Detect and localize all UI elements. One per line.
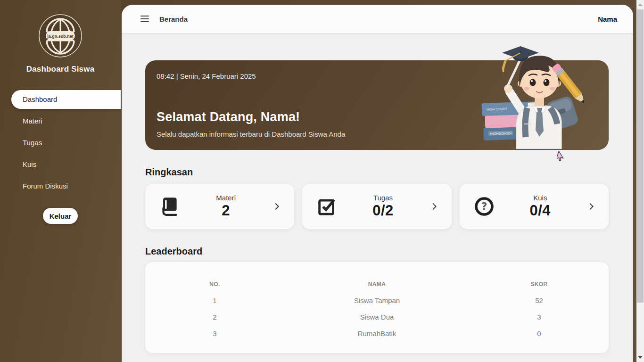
banner-datetime: 08:42 | Senin, 24 Februari 2025 — [157, 72, 256, 80]
leaderboard-table: NO. NAMA SKOR 1 Siswa Tampan 52 2 Siswa … — [145, 274, 609, 342]
chevron-right-icon[interactable] — [586, 201, 596, 212]
cell-nama: Siswa Tampan — [284, 292, 470, 309]
leaderboard-heading: Leaderboard — [145, 246, 609, 257]
topbar: Beranda Nama — [122, 5, 633, 33]
question-circle-icon: ? — [474, 196, 495, 217]
svg-text:ja.go.sub.net: ja.go.sub.net — [47, 34, 74, 39]
summary-card-materi[interactable]: Materi 2 — [145, 184, 294, 229]
scroll-up-icon[interactable] — [636, 1, 644, 8]
column-header-skor: SKOR — [470, 274, 609, 292]
content-area: 08:42 | Senin, 24 Februari 2025 Selamat … — [122, 33, 633, 353]
brand-title: Dashboard Siswa — [0, 65, 121, 74]
sidebar-nav: Dashboard Materi Tugas Kuis Forum Diskus… — [0, 90, 121, 196]
scrollbar-thumb[interactable] — [637, 9, 644, 303]
sidebar-item-materi[interactable]: Materi — [11, 112, 121, 131]
cell-no: 1 — [145, 292, 284, 309]
cell-skor: 52 — [470, 292, 609, 309]
svg-text:?: ? — [481, 200, 487, 212]
vertical-scrollbar[interactable] — [636, 0, 644, 362]
book-icon — [159, 196, 180, 217]
column-header-nama: NAMA — [284, 274, 470, 292]
card-label: Tugas — [337, 194, 429, 202]
chevron-right-icon[interactable] — [429, 201, 439, 212]
card-label: Materi — [180, 194, 272, 202]
cell-nama: Siswa Dua — [284, 309, 470, 325]
sidebar-item-dashboard[interactable]: Dashboard — [11, 90, 121, 109]
globe-logo-icon: ja.go.sub.net — [39, 14, 82, 58]
breadcrumb: Beranda — [159, 15, 188, 23]
sidebar: ja.go.sub.net Dashboard Siswa Dashboard … — [0, 0, 121, 362]
logo-area: ja.go.sub.net Dashboard Siswa — [0, 0, 121, 74]
banner-subtitle: Selalu dapatkan informasi terbaru di Das… — [157, 130, 345, 138]
scroll-down-icon[interactable] — [636, 354, 644, 361]
summary-cards: Materi 2 Tugas 0/2 — [145, 184, 609, 229]
sidebar-item-kuis[interactable]: Kuis — [11, 155, 121, 174]
sidebar-item-forum-diskusi[interactable]: Forum Diskusi — [11, 177, 121, 196]
user-name[interactable]: Nama — [598, 15, 617, 23]
student-illustration: HIGHSCHOOL HIGH COUNT — [479, 43, 592, 149]
card-label: Kuis — [495, 194, 586, 202]
cell-no: 2 — [145, 309, 284, 325]
table-row: 1 Siswa Tampan 52 — [145, 292, 609, 309]
hamburger-menu-icon[interactable] — [140, 14, 149, 24]
summary-card-tugas[interactable]: Tugas 0/2 — [302, 184, 451, 229]
card-value: 0/2 — [337, 202, 429, 219]
table-header-row: NO. NAMA SKOR — [145, 274, 609, 292]
table-row: 3 RumahBatik 0 — [145, 325, 609, 342]
banner-title: Selamat Datang, Nama! — [157, 110, 300, 124]
checkbox-checked-icon — [316, 196, 337, 217]
card-value: 2 — [180, 202, 272, 219]
sidebar-item-tugas[interactable]: Tugas — [11, 133, 121, 152]
card-value: 0/4 — [495, 202, 586, 219]
cell-nama: RumahBatik — [284, 325, 470, 342]
logout-button[interactable]: Keluar — [43, 208, 78, 224]
cell-skor: 3 — [470, 309, 609, 325]
chevron-right-icon[interactable] — [272, 201, 282, 212]
table-row: 2 Siswa Dua 3 — [145, 309, 609, 325]
welcome-banner: 08:42 | Senin, 24 Februari 2025 Selamat … — [145, 60, 609, 150]
summary-card-kuis[interactable]: ? Kuis 0/4 — [460, 184, 609, 229]
cell-no: 3 — [145, 325, 284, 342]
column-header-no: NO. — [145, 274, 284, 292]
summary-heading: Ringkasan — [145, 167, 609, 178]
main-panel: Beranda Nama 08:42 | Senin, 24 Februari … — [122, 5, 633, 362]
leaderboard-card: NO. NAMA SKOR 1 Siswa Tampan 52 2 Siswa … — [145, 262, 609, 353]
cell-skor: 0 — [470, 325, 609, 342]
